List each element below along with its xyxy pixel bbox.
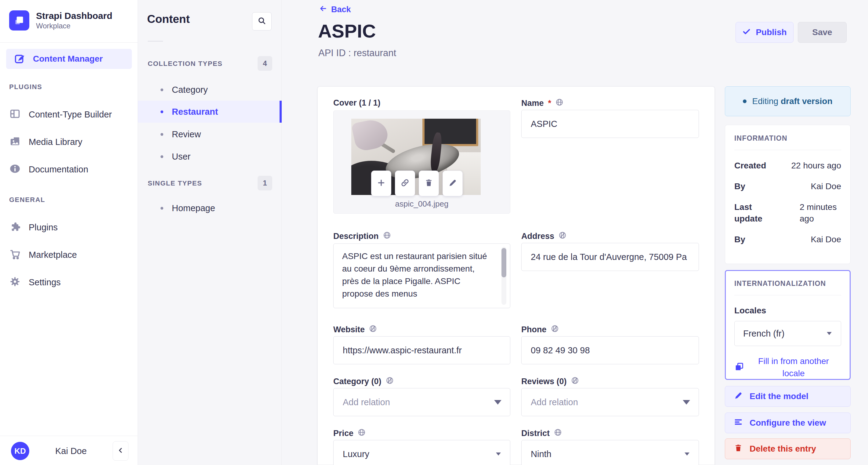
- textarea-scrollbar-track: [501, 247, 506, 305]
- sidebar-item-settings[interactable]: Settings: [9, 269, 129, 296]
- globe-icon: [358, 428, 366, 438]
- content-nav-item-user[interactable]: User: [138, 146, 282, 167]
- link-icon: [400, 178, 410, 189]
- website-input[interactable]: https://www.aspic-restaurant.fr: [333, 336, 510, 364]
- search-button[interactable]: [252, 12, 272, 31]
- add-media-button[interactable]: [371, 170, 391, 196]
- sidebar-item-label: Content-Type Builder: [29, 110, 112, 120]
- globe-icon: [555, 98, 563, 108]
- name-input[interactable]: ASPIC: [521, 110, 699, 138]
- bullet-icon: [160, 207, 163, 210]
- locale-select[interactable]: French (fr): [734, 321, 841, 346]
- copy-link-button[interactable]: [395, 170, 415, 196]
- chevron-down-icon: [496, 453, 501, 456]
- sidebar-section-general: GENERAL: [9, 196, 45, 204]
- cover-field: aspic_004.jpeg: [333, 111, 510, 214]
- internationalization-card: INTERNATIONALIZATION Locales French (fr)…: [725, 270, 850, 380]
- delete-entry-button[interactable]: Delete this entry: [725, 438, 850, 459]
- documentation-icon: [9, 163, 21, 176]
- chevron-down-icon: [827, 332, 832, 335]
- sidebar-item-label: Media Library: [29, 137, 83, 147]
- check-icon: [742, 27, 751, 38]
- avatar[interactable]: KD: [11, 442, 29, 460]
- workspace-name: Workplace: [36, 21, 112, 31]
- website-field-label: Website: [333, 324, 377, 335]
- category-field-label: Category (0): [333, 376, 394, 386]
- chevron-down-icon: [685, 453, 689, 456]
- price-field-label: Price: [333, 428, 366, 438]
- reviews-field-label: Reviews (0): [521, 376, 579, 386]
- info-row-created-by: By Kai Doe: [734, 181, 841, 192]
- name-field-label: Name*: [521, 98, 563, 108]
- workspace-header[interactable]: Strapi Dashboard Workplace: [9, 10, 112, 31]
- sidebar-item-marketplace[interactable]: Marketplace: [9, 241, 129, 269]
- bullet-icon: [160, 111, 163, 113]
- internationalization-divider: [734, 295, 841, 296]
- collapse-sidebar-button[interactable]: [113, 441, 128, 461]
- content-nav-item-category[interactable]: Category: [138, 79, 282, 101]
- content-nav-divider: [148, 41, 163, 41]
- layout-list-icon: [734, 417, 743, 429]
- textarea-scrollbar[interactable]: [501, 248, 506, 277]
- fill-from-locale-link[interactable]: Fill in from another locale: [734, 355, 841, 379]
- delete-media-button[interactable]: [419, 170, 439, 196]
- description-field-label: Description: [333, 231, 391, 241]
- content-nav-panel: Content COLLECTION TYPES 4 Category Rest…: [138, 0, 282, 465]
- price-select[interactable]: Luxury: [333, 440, 510, 465]
- sidebar-item-media-library[interactable]: Media Library: [9, 128, 129, 156]
- sidebar-item-content-type-builder[interactable]: Content-Type Builder: [9, 101, 129, 128]
- globe-strikethrough-icon: [571, 376, 579, 386]
- status-dot-icon: [743, 99, 747, 103]
- sidebar-item-label: Marketplace: [29, 250, 77, 260]
- district-field-label: District: [521, 428, 562, 438]
- marketplace-icon: [9, 248, 21, 261]
- plus-icon: [377, 178, 386, 189]
- sidebar-item-documentation[interactable]: Documentation: [9, 156, 129, 183]
- internationalization-title: INTERNATIONALIZATION: [734, 279, 841, 288]
- globe-strikethrough-icon: [386, 376, 394, 386]
- single-types-count: 1: [257, 176, 272, 190]
- address-input[interactable]: 24 rue de la Tour d'Auvergne, 75009 Pa: [521, 243, 699, 271]
- media-library-icon: [9, 135, 21, 148]
- content-nav-item-review[interactable]: Review: [138, 123, 282, 145]
- sidebar-section-plugins: PLUGINS: [9, 83, 42, 91]
- main-sidebar: Strapi Dashboard Workplace Content Manag…: [0, 0, 138, 465]
- sidebar-item-label: Content Manager: [33, 54, 103, 64]
- copy-icon: [734, 362, 744, 373]
- content-nav-item-homepage[interactable]: Homepage: [138, 197, 282, 219]
- chevron-left-icon: [117, 446, 125, 456]
- sidebar-item-label: Settings: [29, 277, 61, 287]
- cover-filename: aspic_004.jpeg: [334, 199, 510, 209]
- search-icon: [257, 16, 267, 27]
- sidebar-item-content-manager[interactable]: Content Manager: [6, 49, 132, 69]
- information-title: INFORMATION: [734, 134, 841, 143]
- publish-button[interactable]: Publish: [736, 22, 794, 43]
- category-relation-select[interactable]: Add relation: [333, 388, 510, 416]
- phone-input[interactable]: 09 82 49 30 98: [521, 336, 699, 364]
- configure-view-button[interactable]: Configure the view: [725, 412, 850, 433]
- sidebar-item-plugins[interactable]: Plugins: [9, 214, 129, 241]
- chevron-down-icon: [683, 400, 690, 405]
- api-id-subtitle: API ID : restaurant: [318, 48, 396, 59]
- user-row: KD Kai Doe: [11, 441, 128, 461]
- sidebar-item-label: Plugins: [29, 222, 58, 232]
- district-select[interactable]: Ninth: [521, 440, 699, 465]
- content-nav-item-restaurant[interactable]: Restaurant: [138, 101, 282, 123]
- globe-icon: [554, 428, 562, 438]
- draft-status-banner: Editing draft version: [725, 86, 850, 116]
- edit-media-button[interactable]: [442, 170, 463, 196]
- sidebar-divider: [0, 42, 138, 43]
- edit-model-button[interactable]: Edit the model: [725, 386, 850, 407]
- pencil-icon: [734, 391, 743, 402]
- phone-field-label: Phone: [521, 324, 559, 335]
- settings-gear-icon: [9, 276, 21, 289]
- bullet-icon: [160, 89, 163, 91]
- user-name: Kai Doe: [29, 446, 113, 456]
- back-link[interactable]: Back: [319, 4, 351, 15]
- bullet-icon: [160, 133, 163, 136]
- info-row-created: Created 22 hours ago: [734, 160, 841, 172]
- reviews-relation-select[interactable]: Add relation: [521, 388, 699, 416]
- description-textarea[interactable]: ASPIC est un restaurant parisien situé a…: [333, 244, 510, 308]
- info-row-updated-by: By Kai Doe: [734, 234, 841, 245]
- save-button[interactable]: Save: [798, 22, 847, 43]
